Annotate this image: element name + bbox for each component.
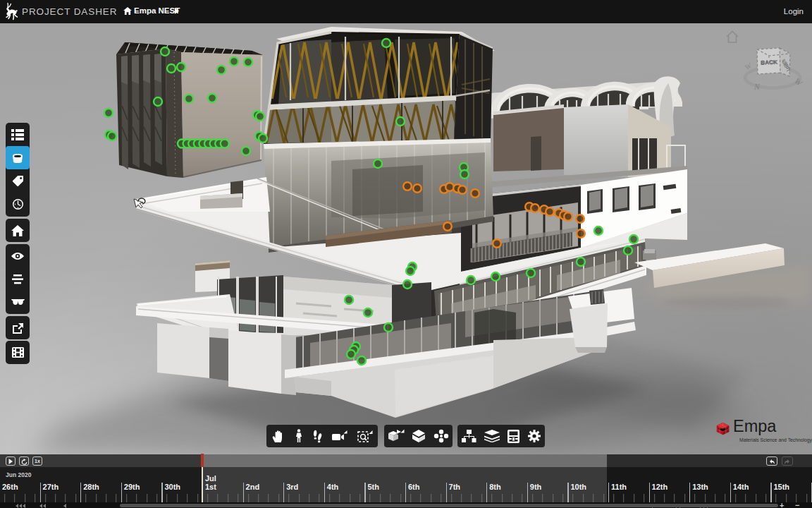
svg-text:BACK: BACK xyxy=(761,59,779,66)
svg-text:N: N xyxy=(753,83,761,91)
